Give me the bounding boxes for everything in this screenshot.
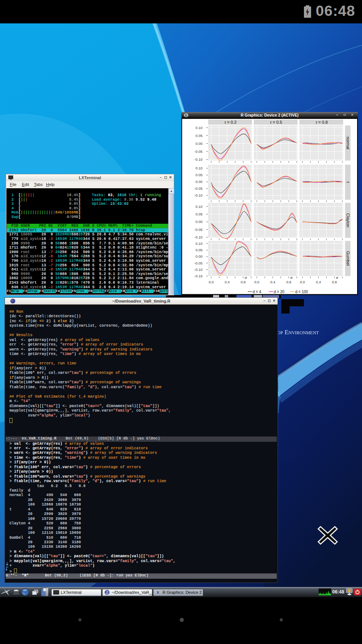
svg-text:0.00: 0.00 [196,180,203,184]
svg-text:0.4: 0.4 [225,280,230,284]
svg-text:0.0: 0.0 [209,280,213,284]
svg-text:-0.05: -0.05 [194,186,202,191]
svg-text:t: t [346,181,350,183]
svg-text:-0.05: -0.05 [194,261,202,265]
svg-text:0.05: 0.05 [196,248,203,252]
svg-text:0.00: 0.00 [196,220,203,224]
svg-text:-0.15: -0.15 [194,274,202,278]
svg-text:Gumbel: Gumbel [346,251,350,266]
svg-text:R: R [156,590,160,595]
svg-text:-0.05: -0.05 [194,227,202,232]
svg-text:0.00: 0.00 [196,254,203,258]
svg-text:α: α [336,275,338,280]
svg-text:0.10: 0.10 [196,166,203,170]
svg-text:τ = 0.2: τ = 0.2 [224,120,236,125]
svg-text:0.05: 0.05 [196,212,203,216]
svg-text:τ = 0.5: τ = 0.5 [270,120,282,125]
svg-text:-0.10: -0.10 [194,193,202,197]
svg-text:d = 100: d = 100 [295,290,308,294]
svg-text:α: α [245,275,247,280]
svg-text:0.8: 0.8 [286,280,291,284]
svg-text:0.10: 0.10 [196,241,203,246]
svg-text:-0.10: -0.10 [194,267,202,272]
svg-text:0.8: 0.8 [241,280,245,284]
svg-text:0.0: 0.0 [300,280,305,284]
svg-text:0.4: 0.4 [316,280,321,284]
svg-text:d = 4: d = 4 [253,290,261,294]
svg-text:normal: normal [346,137,350,149]
svg-text:0.00: 0.00 [196,141,203,146]
svg-text:Clayton: Clayton [346,213,350,227]
svg-text:d = 20: d = 20 [274,290,285,294]
svg-text:0.10: 0.10 [196,204,203,209]
svg-text:-0.05: -0.05 [194,149,202,154]
svg-text:0.0: 0.0 [254,280,259,284]
svg-text:α: α [290,275,293,280]
svg-text:0.10: 0.10 [196,126,203,130]
svg-text:0.05: 0.05 [196,173,203,177]
svg-text:0.4: 0.4 [270,280,275,284]
svg-text:τ = 0.8: τ = 0.8 [316,120,328,125]
svg-text:0.8: 0.8 [332,280,337,284]
svg-text:-0.10: -0.10 [194,157,202,161]
svg-text:-0.10: -0.10 [194,235,202,239]
svg-text:0.05: 0.05 [196,134,203,138]
